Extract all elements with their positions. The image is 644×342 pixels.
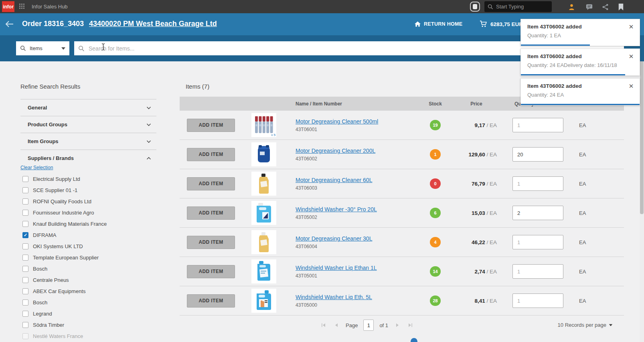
toast-title: Item 43T06002 added [527, 24, 634, 30]
supplier-label: Bosch [33, 266, 47, 272]
checkbox[interactable] [22, 311, 28, 317]
add-item-button[interactable]: ADD ITEM [187, 265, 235, 278]
supplier-checkbox-item[interactable]: Bosch [20, 263, 156, 274]
last-page-icon[interactable] [407, 322, 414, 329]
filter-section[interactable]: Product Groups [20, 116, 156, 133]
checkbox[interactable] [22, 210, 28, 216]
supplier-checkbox-item[interactable]: SCE Supplier 01 -1 [20, 184, 156, 196]
add-item-button[interactable]: ADD ITEM [187, 119, 235, 132]
quantity-input[interactable] [512, 264, 563, 279]
item-name-link[interactable]: Windshield Washer Liq Ethan 1L [296, 265, 377, 271]
bookmark-icon[interactable] [616, 2, 625, 11]
checkbox[interactable] [22, 187, 28, 193]
quantity-input[interactable] [512, 235, 563, 249]
customer-link[interactable]: 43400020 PM West Beach Garage Ltd [89, 20, 217, 28]
back-icon[interactable] [5, 20, 14, 30]
checkbox[interactable] [22, 221, 28, 227]
item-name-link[interactable]: Motor Degreasing Cleaner 200L [296, 148, 375, 154]
add-item-button[interactable]: ADD ITEM [187, 294, 235, 308]
item-name-link[interactable]: Windshield Washer -30° Pro 20L [296, 206, 377, 212]
page-label: Page [346, 322, 358, 328]
toast-progress-bar [521, 104, 640, 105]
item-name-link[interactable]: Motor Degreasing Cleaner 30L [296, 235, 372, 242]
panel-toggle-icon[interactable] [470, 2, 480, 12]
checkbox[interactable] [22, 333, 28, 339]
product-image [251, 201, 276, 225]
records-per-page-dropdown[interactable]: 10 Records per page [558, 322, 613, 328]
next-page-icon[interactable] [394, 322, 401, 329]
return-home-button[interactable]: RETURN HOME [414, 21, 462, 27]
pagination: Page of 1 10 Records per page [180, 319, 624, 333]
supplier-checkbox-item[interactable]: ✓ DIFRAMA [20, 229, 156, 241]
supplier-checkbox-item[interactable]: Template European Supplier [20, 252, 156, 263]
supplier-checkbox-item[interactable]: Fournisseur Industrie Agro [20, 207, 156, 218]
supplier-checkbox-item[interactable]: OKI Systems UK LTD [20, 241, 156, 252]
prev-page-icon[interactable] [333, 322, 340, 329]
quantity-input[interactable] [512, 293, 563, 308]
supplier-checkbox-item[interactable]: Legrand [20, 308, 156, 319]
product-image [251, 142, 276, 166]
quantity-input[interactable] [512, 147, 563, 162]
stock-badge: 4 [430, 237, 441, 247]
item-unit: EA [569, 152, 624, 158]
search-category-dropdown[interactable]: Items [16, 41, 69, 55]
filter-section[interactable]: General [20, 99, 156, 116]
item-number: 43T05000 [296, 302, 416, 308]
item-name-link[interactable]: Motor Degreasing Cleaner 500ml [296, 118, 378, 125]
global-search-input[interactable] [496, 4, 544, 10]
quantity-input[interactable] [512, 118, 563, 132]
supplier-label: SCE Supplier 01 -1 [33, 187, 77, 193]
close-icon[interactable]: ✕ [628, 53, 635, 60]
checkbox[interactable] [22, 243, 28, 249]
floating-action-dot[interactable] [411, 338, 417, 342]
supplier-checkbox-item[interactable]: Knauf Building Materials France [20, 218, 156, 229]
first-page-icon[interactable] [320, 322, 327, 329]
checkbox[interactable] [22, 266, 28, 272]
quantity-input[interactable] [512, 206, 563, 220]
vertical-scrollbar[interactable] [640, 35, 644, 342]
clear-selection-link[interactable]: Clear Selection [20, 165, 53, 170]
add-item-button[interactable]: ADD ITEM [187, 148, 235, 161]
app-grid-icon[interactable] [19, 4, 25, 10]
item-name-link[interactable]: Windshield Washer Liq Eth. 5L [296, 294, 372, 300]
chat-icon[interactable] [585, 2, 593, 11]
supplier-checkbox-item[interactable]: ABEX Car Equipments [20, 285, 156, 297]
checkbox[interactable] [22, 277, 28, 283]
scrollbar-thumb[interactable] [640, 42, 644, 214]
checkbox[interactable] [22, 255, 28, 261]
supplier-checkbox-item[interactable]: Nestlé Waters France [20, 330, 156, 342]
checkbox[interactable] [22, 300, 28, 306]
filter-section[interactable]: Item Groups [20, 133, 156, 150]
supplier-label: ABEX Car Equipments [33, 288, 86, 294]
product-image: x 5 [251, 113, 276, 137]
page-number-input[interactable] [363, 320, 374, 331]
checkbox[interactable] [22, 198, 28, 204]
share-icon[interactable] [601, 2, 610, 11]
close-icon[interactable]: ✕ [628, 23, 635, 30]
global-search[interactable] [484, 1, 552, 12]
add-item-button[interactable]: ADD ITEM [187, 236, 235, 249]
user-icon[interactable] [567, 2, 576, 11]
filter-section[interactable]: Suppliers / Brands [20, 150, 156, 166]
supplier-checkbox-item[interactable]: Bosch [20, 297, 156, 308]
checkbox[interactable] [22, 176, 28, 182]
checkbox[interactable] [22, 322, 28, 328]
checkbox[interactable] [22, 288, 28, 294]
checkbox[interactable]: ✓ [22, 232, 28, 238]
supplier-checkbox-item[interactable]: ROFNI Quality Foods Ltd [20, 196, 156, 207]
quantity-input[interactable] [512, 176, 563, 191]
supplier-checkbox-item[interactable]: Centrale Pneus [20, 274, 156, 285]
supplier-checkbox-item[interactable]: Electrical Supply Ltd [20, 173, 156, 184]
item-unit: EA [569, 239, 624, 245]
close-icon[interactable]: ✕ [628, 83, 635, 90]
add-item-button[interactable]: ADD ITEM [187, 177, 235, 190]
item-price: 46,22 / EA [454, 239, 498, 245]
item-name-link[interactable]: Motor Degreasing Cleaner 60L [296, 177, 372, 183]
add-item-button[interactable]: ADD ITEM [187, 206, 235, 220]
item-number: 43T06001 [296, 127, 416, 132]
toast-notification: Item 43T06002 added Quantity: 24 EA ✕ [520, 78, 640, 105]
supplier-label: Centrale Pneus [33, 277, 69, 283]
supplier-checkbox-item[interactable]: Södra Timber [20, 319, 156, 330]
infor-logo[interactable]: infor [2, 1, 14, 12]
cart-button[interactable]: 6283,75 EUR [480, 20, 523, 28]
